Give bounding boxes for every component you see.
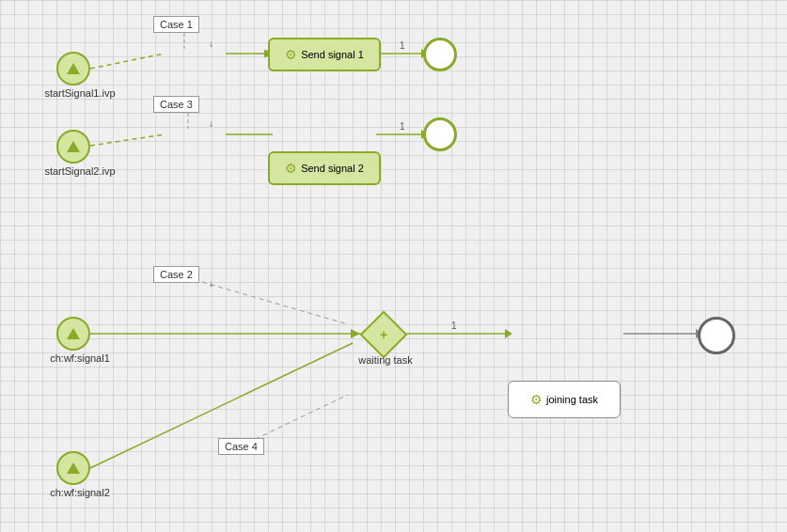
triangle-icon: [67, 141, 80, 152]
triangle-icon: [67, 63, 80, 74]
joining-task-node[interactable]: ⚙ joining task: [508, 381, 621, 418]
case2-annotation: Case 2: [153, 266, 199, 283]
ch-wf-signal2-label: ch:wf:signal2: [38, 487, 122, 498]
svg-text:1: 1: [400, 121, 405, 132]
case4-annotation: Case 4: [218, 438, 264, 455]
bpmn-canvas: 1 1 1 ↓ ↓ ↓ ↓ Case 1 Case 3 Case 2 Case …: [0, 0, 787, 532]
svg-text:1: 1: [451, 321, 457, 331]
gear-icon: ⚙: [530, 392, 543, 407]
case1-annotation: Case 1: [153, 16, 199, 33]
svg-marker-19: [505, 329, 512, 338]
connections-overlay: 1 1 1 ↓ ↓ ↓ ↓: [0, 0, 787, 532]
send-signal1-task[interactable]: ⚙ Send signal 1: [268, 38, 381, 71]
ch-wf-signal2-node[interactable]: [56, 451, 90, 485]
ch-wf-signal1-node[interactable]: [56, 317, 90, 351]
svg-line-9: [202, 282, 348, 324]
start-signal1-label: startSignal1.ivp: [42, 87, 118, 99]
gear-icon: ⚙: [285, 47, 297, 62]
ch-wf-signal1-label: ch:wf:signal1: [38, 352, 122, 364]
send-signal2-task[interactable]: ⚙ Send signal 2: [268, 151, 381, 185]
end-event1-node[interactable]: [423, 38, 457, 71]
end-event-main-node[interactable]: [698, 317, 735, 354]
start-signal2-node[interactable]: [56, 130, 90, 164]
svg-line-4: [90, 134, 165, 146]
end-event2-node[interactable]: [423, 117, 457, 151]
triangle-icon: [67, 328, 80, 339]
waiting-task-label: waiting task: [348, 354, 423, 366]
svg-line-0: [90, 54, 165, 69]
triangle-icon: [67, 462, 80, 474]
case3-annotation: Case 3: [153, 96, 199, 113]
svg-text:↓: ↓: [209, 118, 213, 129]
start-signal2-label: startSignal2.ivp: [42, 165, 118, 177]
svg-text:1: 1: [400, 40, 405, 51]
plus-icon: +: [380, 327, 387, 342]
svg-marker-17: [351, 329, 360, 338]
svg-text:↓: ↓: [209, 278, 213, 289]
gear-icon: ⚙: [285, 161, 297, 176]
svg-text:↓: ↓: [209, 39, 213, 49]
start-signal1-node[interactable]: [56, 52, 90, 86]
